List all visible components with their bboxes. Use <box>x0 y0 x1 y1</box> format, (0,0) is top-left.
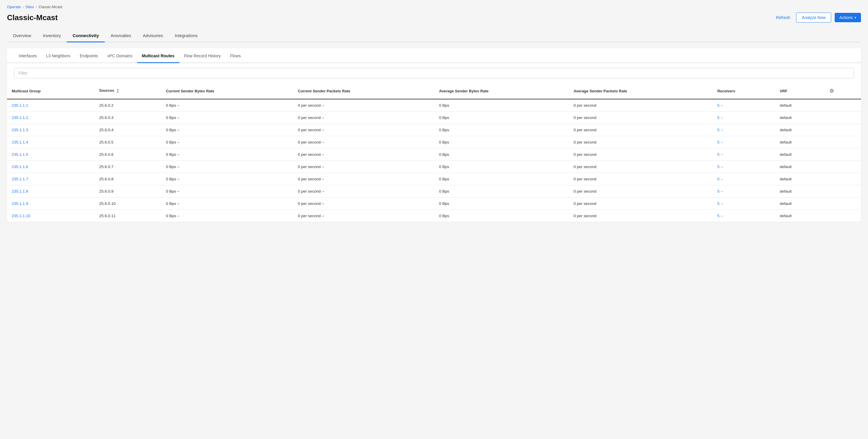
th-receivers: Receivers <box>713 83 775 99</box>
sub-tab-flow-record-history[interactable]: Flow Record History <box>179 48 225 63</box>
cell-cur-bytes-2: 0 Bps→ <box>161 124 293 136</box>
cell-cur-packets-5: 0 per second→ <box>293 161 435 173</box>
actions-button[interactable]: Actions ▾ <box>835 13 861 22</box>
th-avg-packets: Average Sender Packets Rate <box>569 83 712 99</box>
sub-tab-flows[interactable]: Flows <box>225 48 246 63</box>
cell-receivers-5: 5→ <box>713 161 775 173</box>
cell-avg-bytes-7: 0 Bps <box>434 185 569 198</box>
sub-tab-multicast-routes[interactable]: Multicast Routes <box>137 48 179 63</box>
cell-sources-6: 25.6.0.8 <box>94 173 161 185</box>
cell-empty-0 <box>824 99 861 112</box>
cell-avg-packets-1: 0 per second <box>569 112 712 124</box>
cell-cur-packets-4: 0 per second→ <box>293 148 435 161</box>
page-title: Classic-Mcast <box>7 13 58 22</box>
receivers-link-1[interactable]: 5→ <box>717 115 723 120</box>
sub-tab-vpc-domains[interactable]: vPC Domains <box>103 48 137 63</box>
cell-cur-packets-9: 0 per second→ <box>293 210 435 222</box>
multicast-group-link-4[interactable]: 235.1.1.5 <box>12 152 28 157</box>
cell-vrf-6: default <box>775 173 824 185</box>
sub-tab-l3-neighbors[interactable]: L3 Neighbors <box>41 48 75 63</box>
cell-sources-7: 25.6.0.9 <box>94 185 161 198</box>
multicast-group-link-8[interactable]: 235.1.1.9 <box>12 201 28 206</box>
sub-tab-interfaces[interactable]: Interfaces <box>14 48 41 63</box>
receivers-link-7[interactable]: 5→ <box>717 189 723 194</box>
tab-integrations[interactable]: Integrations <box>169 30 203 42</box>
cell-sources-9: 25.6.0.11 <box>94 210 161 222</box>
multicast-group-link-7[interactable]: 235.1.1.8 <box>12 189 28 194</box>
tab-advisories[interactable]: Advisories <box>137 30 169 42</box>
refresh-button[interactable]: Refresh <box>774 13 793 22</box>
cell-cur-packets-0: 0 per second→ <box>293 99 435 112</box>
breadcrumb-operate[interactable]: Operate <box>7 5 21 9</box>
cell-cur-bytes-3: 0 Bps→ <box>161 136 293 148</box>
cell-avg-packets-0: 0 per second <box>569 99 712 112</box>
receivers-link-6[interactable]: 5→ <box>717 177 723 181</box>
cell-group-3: 235.1.1.4 <box>7 136 94 148</box>
cell-vrf-7: default <box>775 185 824 198</box>
tab-inventory[interactable]: Inventory <box>37 30 67 42</box>
cell-sources-0: 25.6.0.2 <box>94 99 161 112</box>
th-avg-bytes: Average Sender Bytes Rate <box>434 83 569 99</box>
cell-vrf-9: default <box>775 210 824 222</box>
tab-anomalies[interactable]: Anomalies <box>105 30 137 42</box>
cell-avg-packets-8: 0 per second <box>569 198 712 210</box>
th-sources[interactable]: Sources ▲▼ <box>94 83 161 99</box>
cell-cur-bytes-1: 0 Bps→ <box>161 112 293 124</box>
th-multicast-group: Multicast Group <box>7 83 94 99</box>
receivers-link-2[interactable]: 5→ <box>717 128 723 132</box>
cell-group-1: 235.1.1.2 <box>7 112 94 124</box>
th-cur-bytes: Current Sender Bytes Rate <box>161 83 293 99</box>
cell-sources-3: 25.6.0.5 <box>94 136 161 148</box>
multicast-group-link-3[interactable]: 235.1.1.4 <box>12 140 28 144</box>
cell-vrf-8: default <box>775 198 824 210</box>
th-vrf: VRF <box>775 83 824 99</box>
receivers-link-3[interactable]: 5→ <box>717 140 723 144</box>
cell-group-8: 235.1.1.9 <box>7 198 94 210</box>
tab-overview[interactable]: Overview <box>7 30 37 42</box>
cell-receivers-4: 5→ <box>713 148 775 161</box>
cell-avg-bytes-6: 0 Bps <box>434 173 569 185</box>
tab-connectivity[interactable]: Connectivity <box>67 30 105 42</box>
cell-receivers-0: 5→ <box>713 99 775 112</box>
receivers-link-0[interactable]: 5→ <box>717 103 723 107</box>
column-settings-button[interactable]: ⚙ <box>828 87 835 95</box>
cell-group-9: 235.1.1.10 <box>7 210 94 222</box>
table-row: 235.1.1.7 25.6.0.8 0 Bps→ 0 per second→ … <box>7 173 861 185</box>
cell-receivers-6: 5→ <box>713 173 775 185</box>
multicast-routes-table: Multicast Group Sources ▲▼ Current Sende… <box>7 83 861 222</box>
cell-avg-bytes-9: 0 Bps <box>434 210 569 222</box>
cell-vrf-4: default <box>775 148 824 161</box>
filter-bar <box>7 63 861 83</box>
filter-input[interactable] <box>14 68 854 78</box>
cell-vrf-2: default <box>775 124 824 136</box>
cell-avg-packets-6: 0 per second <box>569 173 712 185</box>
multicast-group-link-2[interactable]: 235.1.1.3 <box>12 128 28 132</box>
analyze-now-button[interactable]: Analyze Now <box>796 12 831 23</box>
multicast-group-link-5[interactable]: 235.1.1.6 <box>12 165 28 169</box>
cell-cur-packets-6: 0 per second→ <box>293 173 435 185</box>
cell-empty-4 <box>824 148 861 161</box>
table-row: 235.1.1.1 25.6.0.2 0 Bps→ 0 per second→ … <box>7 99 861 112</box>
cell-sources-5: 25.6.0.7 <box>94 161 161 173</box>
cell-avg-bytes-5: 0 Bps <box>434 161 569 173</box>
cell-group-5: 235.1.1.6 <box>7 161 94 173</box>
cell-receivers-8: 5→ <box>713 198 775 210</box>
multicast-group-link-6[interactable]: 235.1.1.7 <box>12 177 28 181</box>
breadcrumb-sites[interactable]: Sites <box>26 5 34 9</box>
cell-sources-1: 25.6.0.3 <box>94 112 161 124</box>
multicast-group-link-0[interactable]: 235.1.1.1 <box>12 103 28 107</box>
table-header-row: Multicast Group Sources ▲▼ Current Sende… <box>7 83 861 99</box>
receivers-link-9[interactable]: 5→ <box>717 214 723 218</box>
table-row: 235.1.1.10 25.6.0.11 0 Bps→ 0 per second… <box>7 210 861 222</box>
multicast-group-link-9[interactable]: 235.1.1.10 <box>12 214 30 218</box>
cell-group-2: 235.1.1.3 <box>7 124 94 136</box>
cell-group-7: 235.1.1.8 <box>7 185 94 198</box>
sub-tab-endpoints[interactable]: Endpoints <box>75 48 103 63</box>
breadcrumb: Operate › Sites › Classic-Mcast <box>7 5 861 9</box>
receivers-link-8[interactable]: 5→ <box>717 201 723 206</box>
th-settings: ⚙ <box>824 83 861 99</box>
multicast-group-link-1[interactable]: 235.1.1.2 <box>12 115 28 120</box>
receivers-link-4[interactable]: 5→ <box>717 152 723 157</box>
table-row: 235.1.1.4 25.6.0.5 0 Bps→ 0 per second→ … <box>7 136 861 148</box>
receivers-link-5[interactable]: 5→ <box>717 165 723 169</box>
